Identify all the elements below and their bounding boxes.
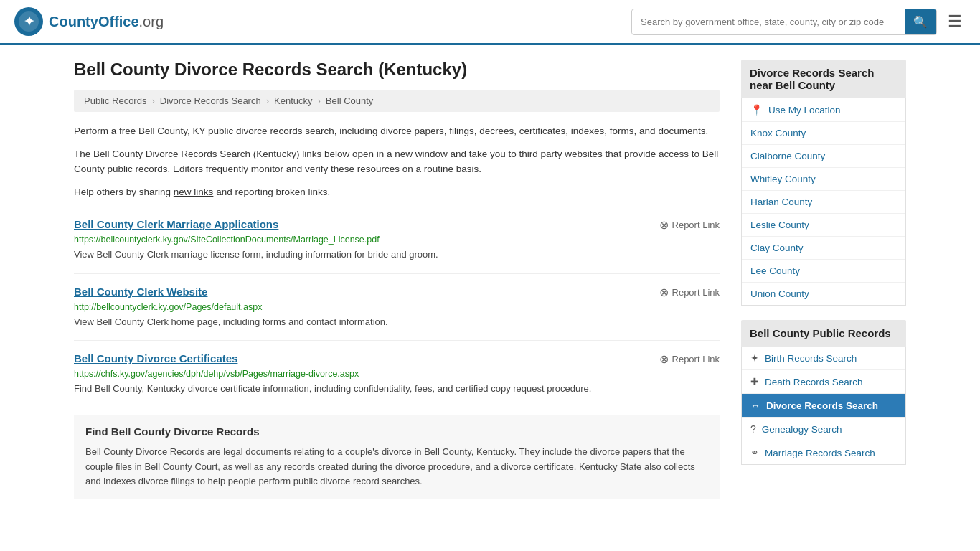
content-area: Bell County Divorce Records Search (Kent…	[74, 60, 720, 499]
breadcrumb: Public Records › Divorce Records Search …	[74, 90, 720, 112]
report-label-1: Report Link	[672, 287, 720, 298]
pr-icon-1: ✚	[750, 376, 759, 387]
result-title-1[interactable]: Bell County Clerk Website	[74, 286, 207, 298]
report-icon-0: ⊗	[659, 218, 669, 232]
header-right: 🔍 ☰	[631, 9, 966, 35]
report-link-0[interactable]: ⊗ Report Link	[659, 218, 720, 232]
sidebar-pr-item-1[interactable]: ✚ Death Records Search	[742, 370, 905, 394]
breadcrumb-sep-1: ›	[151, 95, 154, 106]
pr-link-2[interactable]: Divorce Records Search	[766, 400, 878, 411]
sidebar-nearby-item-8[interactable]: Union County	[742, 283, 905, 305]
intro-text-3: Help others by sharing new links and rep…	[74, 184, 720, 200]
page-title: Bell County Divorce Records Search (Kent…	[74, 60, 720, 80]
sidebar-nearby-item-3[interactable]: Whitley County	[742, 168, 905, 191]
menu-button[interactable]: ☰	[944, 9, 966, 34]
nearby-link-2[interactable]: Claiborne County	[750, 151, 825, 161]
result-desc-2: Find Bell County, Kentucky divorce certi…	[74, 382, 720, 396]
search-bar: 🔍	[631, 9, 937, 35]
breadcrumb-link-divorce[interactable]: Divorce Records Search	[160, 95, 261, 106]
nearby-link-8[interactable]: Union County	[750, 288, 809, 299]
report-link-2[interactable]: ⊗ Report Link	[659, 352, 720, 366]
result-title-2[interactable]: Bell County Divorce Certificates	[74, 352, 237, 364]
sidebar-nearby-item-4[interactable]: Harlan County	[742, 191, 905, 214]
breadcrumb-sep-2: ›	[266, 95, 269, 106]
sidebar-nearby-item-2[interactable]: Claiborne County	[742, 145, 905, 168]
pr-link-4[interactable]: Marriage Records Search	[765, 448, 875, 458]
result-url-1: http://bellcountyclerk.ky.gov/Pages/defa…	[74, 302, 720, 312]
pr-link-3[interactable]: Genealogy Search	[762, 424, 842, 435]
result-url-2: https://chfs.ky.gov/agencies/dph/dehp/vs…	[74, 369, 720, 379]
nearby-link-6[interactable]: Clay County	[750, 242, 804, 253]
nearby-list: 📍Use My LocationKnox CountyClaiborne Cou…	[741, 98, 906, 306]
report-label-0: Report Link	[672, 220, 720, 230]
report-link-1[interactable]: ⊗ Report Link	[659, 286, 720, 299]
result-item-1: Bell County Clerk Website ⊗ Report Link …	[74, 274, 720, 342]
pr-icon-3: ?	[750, 423, 756, 435]
breadcrumb-sep-3: ›	[318, 95, 321, 106]
sidebar-pr-item-4[interactable]: ⚭ Marriage Records Search	[742, 441, 905, 464]
sidebar-pr-item-2[interactable]: ↔ Divorce Records Search	[742, 394, 905, 418]
sidebar-nearby-item-1[interactable]: Knox County	[742, 122, 905, 145]
breadcrumb-current: Bell County	[326, 95, 373, 106]
public-records-list: ✦ Birth Records Search ✚ Death Records S…	[741, 347, 906, 465]
pr-icon-2: ↔	[750, 400, 760, 411]
pr-link-1[interactable]: Death Records Search	[765, 377, 863, 387]
result-item-0: Bell County Clerk Marriage Applications …	[74, 207, 720, 274]
new-links-link[interactable]: new links	[174, 187, 214, 197]
pr-link-0[interactable]: Birth Records Search	[765, 353, 857, 364]
find-section-text: Bell County Divorce Records are legal do…	[85, 445, 708, 489]
find-section-title: Find Bell County Divorce Records	[85, 425, 708, 438]
report-icon-1: ⊗	[659, 286, 669, 299]
breadcrumb-link-public-records[interactable]: Public Records	[84, 95, 146, 106]
intro-text-2: The Bell County Divorce Records Search (…	[74, 146, 720, 177]
results-list: Bell County Clerk Marriage Applications …	[74, 207, 720, 408]
search-button[interactable]: 🔍	[905, 9, 936, 34]
logo-text: CountyOffice.org	[49, 14, 164, 30]
report-label-2: Report Link	[672, 354, 720, 364]
sidebar-nearby-item-6[interactable]: Clay County	[742, 237, 905, 260]
sidebar-pr-item-0[interactable]: ✦ Birth Records Search	[742, 347, 905, 370]
sidebar-public-records-section: Bell County Public Records ✦ Birth Recor…	[741, 320, 906, 465]
result-url-0: https://bellcountyclerk.ky.gov/SiteColle…	[74, 235, 720, 245]
sidebar-pr-item-3[interactable]: ? Genealogy Search	[742, 418, 905, 441]
nearby-link-5[interactable]: Leslie County	[750, 220, 809, 230]
logo-icon: ✦	[14, 7, 43, 36]
pr-icon-4: ⚭	[750, 447, 759, 458]
sidebar: Divorce Records Search near Bell County …	[741, 60, 906, 499]
sidebar-nearby-section: Divorce Records Search near Bell County …	[741, 60, 906, 306]
sidebar-nearby-item-5[interactable]: Leslie County	[742, 214, 905, 237]
header: ✦ CountyOffice.org 🔍 ☰	[0, 0, 980, 45]
nearby-link-0[interactable]: Use My Location	[768, 105, 841, 116]
nearby-link-1[interactable]: Knox County	[750, 128, 806, 138]
result-title-0[interactable]: Bell County Clerk Marriage Applications	[74, 218, 278, 230]
sidebar-public-records-title: Bell County Public Records	[741, 320, 906, 347]
intro-text-1: Perform a free Bell County, KY public di…	[74, 123, 720, 139]
report-icon-2: ⊗	[659, 352, 669, 366]
sidebar-nearby-item-7[interactable]: Lee County	[742, 260, 905, 283]
main-container: Bell County Divorce Records Search (Kent…	[60, 45, 920, 514]
sidebar-nearby-item-0[interactable]: 📍Use My Location	[742, 98, 905, 122]
result-desc-0: View Bell County Clerk marriage license …	[74, 248, 720, 262]
nearby-link-7[interactable]: Lee County	[750, 265, 800, 276]
pr-icon-0: ✦	[750, 352, 759, 364]
result-item-2: Bell County Divorce Certificates ⊗ Repor…	[74, 341, 720, 408]
location-icon: 📍	[750, 104, 763, 116]
nearby-link-3[interactable]: Whitley County	[750, 174, 816, 184]
find-section: Find Bell County Divorce Records Bell Co…	[74, 415, 720, 499]
result-desc-1: View Bell County Clerk home page, includ…	[74, 315, 720, 329]
svg-text:✦: ✦	[24, 14, 34, 29]
logo-area: ✦ CountyOffice.org	[14, 7, 164, 36]
nearby-link-4[interactable]: Harlan County	[750, 197, 812, 207]
sidebar-nearby-title: Divorce Records Search near Bell County	[741, 60, 906, 98]
search-input[interactable]	[632, 11, 905, 33]
breadcrumb-link-kentucky[interactable]: Kentucky	[274, 95, 312, 106]
